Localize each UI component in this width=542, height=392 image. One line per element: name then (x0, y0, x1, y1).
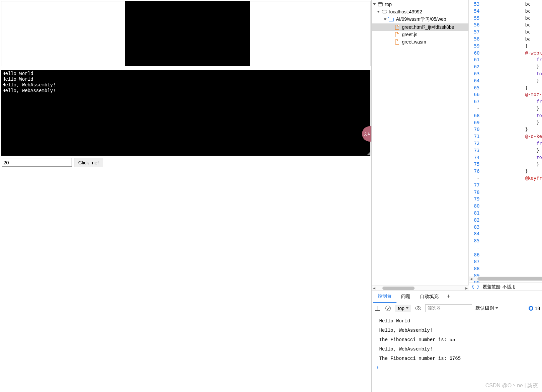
tree-label: top (385, 2, 391, 7)
tab-console[interactable]: 控制台 (373, 291, 396, 303)
tree-item-file[interactable]: greet.html?_ijt=fdfssk8bs (372, 23, 468, 31)
canvas-container (1, 1, 370, 66)
console-tabs: 控制台 问题 自动填充 + (372, 291, 542, 302)
tree-label: greet.js (402, 32, 417, 37)
console-message: The Fibonacci number is: 6765 (372, 354, 542, 363)
output-line: Hello World (2, 71, 369, 77)
toggle-sidebar-button[interactable] (374, 305, 381, 312)
devtools-panel: top localhost:43992 AI/09/wasm学习/05/web … (371, 0, 542, 392)
chevron-down-icon (373, 3, 376, 5)
info-icon (529, 306, 533, 311)
add-tab-button[interactable]: + (443, 292, 454, 301)
chevron-down-icon (377, 11, 380, 13)
code-content[interactable]: bcbcbcbcbcba}@-webk fr } to }}@-moz- fr … (481, 0, 542, 283)
scroll-thumb[interactable] (382, 287, 415, 290)
filter-input[interactable] (425, 304, 472, 312)
tree-label: greet.wasm (402, 39, 426, 45)
number-input[interactable] (2, 158, 72, 167)
canvas-black (125, 1, 250, 66)
eye-icon (415, 306, 421, 310)
tree-item-top[interactable]: top (372, 1, 468, 8)
cloud-icon (382, 10, 387, 13)
level-label: 默认级别 (475, 305, 494, 311)
scroll-right-icon[interactable]: ▶ (464, 287, 469, 290)
sources-file-tree[interactable]: top localhost:43992 AI/09/wasm学习/05/web … (372, 0, 469, 285)
tree-label: localhost:43992 (389, 9, 422, 14)
console-panel: 控制台 问题 自动填充 + top 默认级别 (372, 291, 542, 392)
tree-item-file[interactable]: greet.wasm (372, 38, 468, 46)
issues-badge[interactable]: 18 (529, 306, 540, 311)
scroll-left-icon[interactable]: ◀ (372, 287, 376, 290)
tab-issues[interactable]: 问题 (396, 291, 415, 302)
format-icon[interactable]: { } (471, 284, 479, 289)
terminal-output[interactable]: Hello World Hello World Hello, WebAssemb… (1, 70, 370, 156)
coverage-label: 覆盖范围: 不适用 (483, 284, 516, 290)
editor-footer: { } 覆盖范围: 不适用 (469, 283, 542, 291)
rendered-page: Hello World Hello World Hello, WebAssemb… (0, 0, 371, 392)
resize-handle-icon[interactable] (366, 151, 370, 156)
scroll-thumb[interactable] (477, 277, 542, 281)
file-icon (395, 25, 399, 30)
tree-label: greet.html?_ijt=fdfssk8bs (402, 24, 454, 30)
line-number-gutter: 535455565758596061626364656667-686970717… (469, 0, 481, 283)
code-editor[interactable]: 535455565758596061626364656667-686970717… (469, 0, 542, 283)
file-icon (395, 40, 399, 45)
chevron-down-icon (406, 307, 409, 309)
live-expression-button[interactable] (415, 305, 422, 312)
scroll-left-icon[interactable]: ◀ (469, 277, 473, 281)
canvas-white-right (250, 1, 370, 66)
tree-h-scrollbar[interactable]: ◀ ▶ (372, 285, 469, 291)
tree-label: AI/09/wasm学习/05/web (396, 16, 446, 22)
tree-item-folder[interactable]: AI/09/wasm学习/05/web (372, 15, 468, 23)
console-message: The Fibonacci number is: 55 (372, 335, 542, 344)
tree-item-file[interactable]: greet.js (372, 31, 468, 38)
output-line: Hello World (2, 77, 369, 82)
console-output[interactable]: Hello World Hello, WebAssembly! The Fibo… (372, 314, 542, 392)
window-icon (378, 2, 383, 6)
click-me-button[interactable]: Click me! (75, 158, 103, 167)
issues-count: 18 (535, 306, 540, 311)
tab-autofill[interactable]: 自动填充 (415, 291, 443, 302)
console-message: Hello, WebAssembly! (372, 326, 542, 335)
clear-icon (385, 306, 391, 311)
canvas-white-left (1, 1, 125, 66)
file-icon (395, 32, 399, 37)
console-prompt[interactable] (372, 363, 542, 372)
log-level-selector[interactable]: 默认级别 (475, 305, 498, 311)
output-line: Hello, WebAssembly! (2, 82, 369, 88)
context-label: top (398, 306, 404, 311)
tree-item-host[interactable]: localhost:43992 (372, 8, 468, 15)
chevron-down-icon (384, 18, 386, 20)
output-line: Hello, WebAssembly! (2, 88, 369, 94)
sidebar-icon (375, 306, 380, 311)
context-selector[interactable]: top (395, 305, 411, 312)
console-message: Hello World (372, 316, 542, 326)
console-toolbar: top 默认级别 18 (372, 302, 542, 314)
clear-console-button[interactable] (384, 305, 392, 312)
console-message: Hello, WebAssembly! (372, 344, 542, 354)
chevron-down-icon (495, 307, 498, 309)
editor-h-scrollbar[interactable]: ◀ ▶ (469, 277, 542, 281)
folder-icon (389, 18, 394, 21)
watermark: CSDN @O丶ne | 柒夜 (485, 382, 538, 389)
